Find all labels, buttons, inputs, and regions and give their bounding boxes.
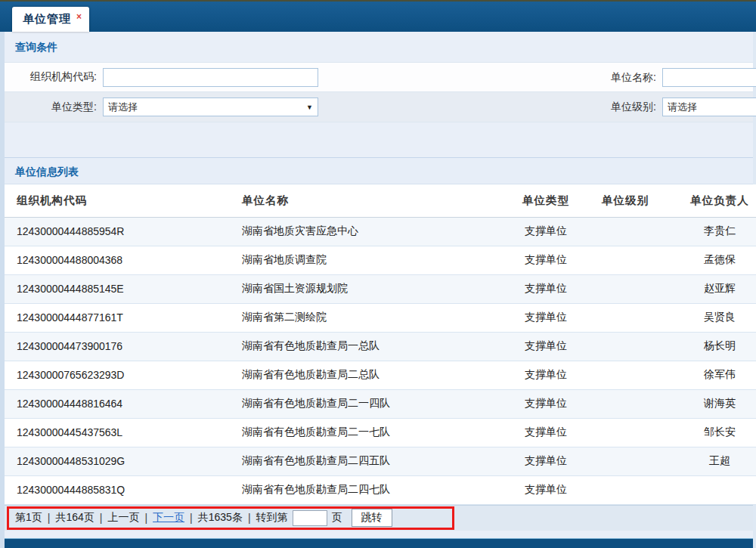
unit-level-select[interactable]: 请选择	[662, 98, 756, 116]
table-body: 12430000444885954R湖南省地质灾害应急中心支撑单位李贵仁1243…	[5, 217, 756, 504]
goto-page-suffix: 页	[332, 511, 342, 525]
table-cell: 湖南省有色地质勘查局二四五队	[237, 447, 508, 475]
unit-name-label: 单位名称:	[603, 71, 662, 85]
table-row[interactable]: 124300004448816464湖南省有色地质勘查局二一四队支撑单位谢海英	[5, 389, 756, 418]
total-pages-label: 共164页	[55, 511, 94, 525]
unit-level-label: 单位级别:	[603, 101, 662, 114]
unit-level-select-value: 请选择	[668, 101, 697, 114]
table-row[interactable]: 12430000444885831Q湖南省有色地质勘查局二四七队支撑单位	[5, 475, 756, 504]
next-page-link[interactable]: 下一页	[153, 511, 184, 525]
table-row[interactable]: 124300004488004368湖南省地质调查院支撑单位孟德保	[5, 246, 756, 274]
table-cell: 12430000448531029G	[5, 447, 237, 475]
table-cell: 12430000444877161T	[5, 303, 237, 332]
prev-page-button[interactable]: 上一页	[107, 511, 139, 525]
table-row[interactable]: 124300004473900176湖南省有色地质勘查局一总队支撑单位杨长明	[5, 332, 756, 361]
tab-close-icon[interactable]: ×	[76, 11, 82, 22]
tab-unit-management[interactable]: 单位管理 ×	[12, 7, 89, 32]
form-row-2-right: 单位级别: 请选择	[603, 98, 756, 116]
query-panel-spacer	[5, 122, 753, 157]
tab-label: 单位管理	[23, 12, 71, 26]
table-cell: 支撑单位	[508, 418, 584, 447]
bottom-status-strip	[5, 538, 753, 548]
table-cell: 支撑单位	[508, 475, 584, 504]
table-row[interactable]: 12430000444877161T湖南省第二测绘院支撑单位吴贤良	[5, 303, 756, 332]
table-cell	[584, 361, 667, 389]
column-header-org-code: 组织机构代码	[5, 184, 237, 217]
column-header-unit-manager: 单位负责人	[667, 184, 756, 217]
table-cell	[584, 475, 667, 504]
column-header-unit-name: 单位名称	[237, 184, 508, 217]
table-cell	[584, 274, 667, 303]
table-cell: 赵亚辉	[667, 274, 756, 303]
tab-bar: 单位管理 ×	[0, 2, 756, 32]
table-cell: 124300004488004368	[5, 246, 237, 274]
content-frame: 查询条件 组织机构代码: 单位名称: 单位类型: 请选择 ▼ 单位级别: 请选择	[0, 32, 756, 548]
unit-type-select[interactable]: 请选择 ▼	[103, 98, 318, 116]
table-cell	[584, 389, 667, 418]
table-cell: 湖南省有色地质勘查局二一七队	[237, 418, 508, 447]
table-cell: 湖南省有色地质勘查局二四七队	[237, 475, 508, 504]
table-cell: 12430000444885954R	[5, 217, 237, 246]
table-row[interactable]: 12430000444885954R湖南省地质灾害应急中心支撑单位李贵仁	[5, 217, 756, 246]
table-cell: 12430000444885145E	[5, 274, 237, 303]
table-cell: 湖南省有色地质勘查局一总队	[237, 332, 508, 361]
table-header-row: 组织机构代码 单位名称 单位类型 单位级别 单位负责人	[5, 184, 756, 217]
table-cell	[584, 217, 667, 246]
column-header-unit-level: 单位级别	[584, 184, 667, 217]
table-cell: 支撑单位	[508, 332, 584, 361]
jump-button[interactable]: 跳转	[352, 509, 392, 527]
table-row[interactable]: 12430000765623293D湖南省有色地质勘查局二总队支撑单位徐军伟	[5, 361, 756, 389]
pagination-highlight-box: 第1页 | 共164页 | 上一页 | 下一页 | 共1635条 | 转到第 页…	[7, 506, 454, 530]
form-row-2: 单位类型: 请选择 ▼ 单位级别: 请选择	[5, 92, 753, 122]
table-cell: 湖南省国土资源规划院	[237, 274, 508, 303]
table-cell: 支撑单位	[508, 389, 584, 418]
table-cell	[667, 475, 756, 504]
separator: |	[190, 512, 193, 524]
table-cell: 湖南省有色地质勘查局二总队	[237, 361, 508, 389]
total-records-label: 共1635条	[198, 511, 243, 525]
table-cell: 湖南省第二测绘院	[237, 303, 508, 332]
table-cell: 支撑单位	[508, 447, 584, 475]
table-cell: 王超	[667, 447, 756, 475]
table-row[interactable]: 12430000448531029G湖南省有色地质勘查局二四五队支撑单位王超	[5, 447, 756, 475]
org-code-input[interactable]	[103, 68, 318, 87]
form-row-1-right: 单位名称:	[603, 68, 756, 87]
table-cell: 湖南省地质调查院	[237, 246, 508, 274]
table-cell	[584, 246, 667, 274]
table-cell: 李贵仁	[667, 217, 756, 246]
pagination-bar: 第1页 | 共164页 | 上一页 | 下一页 | 共1635条 | 转到第 页…	[5, 505, 753, 531]
table-cell: 支撑单位	[508, 274, 584, 303]
goto-page-prefix: 转到第	[256, 511, 288, 525]
table-cell: 124300004448816464	[5, 389, 237, 418]
table-cell: 徐军伟	[667, 361, 756, 389]
unit-type-select-value: 请选择	[108, 101, 138, 114]
form-row-1: 组织机构代码: 单位名称:	[5, 62, 753, 92]
table-row[interactable]: 12430000444885145E湖南省国土资源规划院支撑单位赵亚辉	[5, 274, 756, 303]
table-cell: 谢海英	[667, 389, 756, 418]
table-cell: 湖南省有色地质勘查局二一四队	[237, 389, 508, 418]
chevron-down-icon: ▼	[306, 104, 313, 111]
table-cell: 支撑单位	[508, 303, 584, 332]
column-header-unit-type: 单位类型	[508, 184, 584, 217]
table-cell	[584, 418, 667, 447]
goto-page-input[interactable]	[293, 510, 327, 526]
org-code-label: 组织机构代码:	[5, 70, 103, 84]
separator: |	[248, 512, 251, 524]
separator: |	[100, 512, 103, 524]
unit-management-page: 单位管理 × 查询条件 组织机构代码: 单位名称: 单位类型: 请选择 ▼ 单位…	[0, 0, 756, 548]
table-cell: 杨长明	[667, 332, 756, 361]
table-cell: 12430000445437563L	[5, 418, 237, 447]
table-cell: 吴贤良	[667, 303, 756, 332]
table-cell: 湖南省地质灾害应急中心	[237, 217, 508, 246]
table-cell: 12430000765623293D	[5, 361, 237, 389]
table-cell: 支撑单位	[508, 217, 584, 246]
separator: |	[144, 512, 147, 524]
query-section-title: 查询条件	[5, 32, 753, 62]
table-cell: 邹长安	[667, 418, 756, 447]
unit-name-input[interactable]	[662, 68, 756, 87]
table-cell: 支撑单位	[508, 246, 584, 274]
separator: |	[48, 512, 51, 524]
unit-type-label: 单位类型:	[5, 101, 103, 114]
table-row[interactable]: 12430000445437563L湖南省有色地质勘查局二一七队支撑单位邹长安	[5, 418, 756, 447]
table-cell	[584, 447, 667, 475]
